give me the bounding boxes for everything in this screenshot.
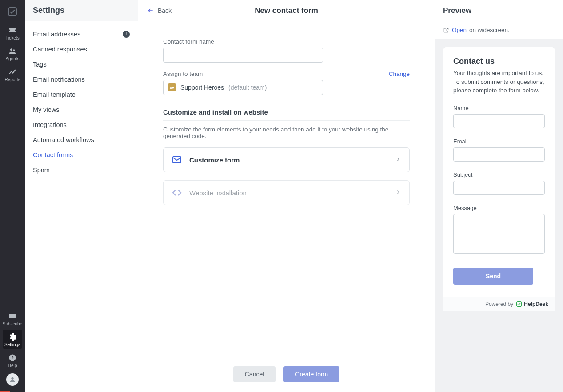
svg-text:?: ? xyxy=(11,356,14,360)
customize-section-title: Customize and install on website xyxy=(163,108,410,121)
change-team-link[interactable]: Change xyxy=(389,71,410,77)
chevron-right-icon xyxy=(395,189,401,197)
preview-field-email: Email xyxy=(453,138,545,162)
preview-subject-input[interactable] xyxy=(453,181,545,195)
preview-field-label: Email xyxy=(453,138,545,145)
subscribe-icon xyxy=(8,312,17,321)
rail-item-agents[interactable]: Agents xyxy=(0,44,25,63)
external-link-icon xyxy=(443,27,449,33)
main-column: Back New contact form Contact form name … xyxy=(138,0,435,392)
sidebar-item-canned-responses[interactable]: Canned responses xyxy=(25,42,138,57)
app-logo-icon xyxy=(7,6,18,17)
sidebar-item-integrations[interactable]: Integrations xyxy=(25,117,138,132)
preview-send-button[interactable]: Send xyxy=(453,268,533,285)
rail-item-subscribe[interactable]: Subscribe xyxy=(0,309,25,328)
rail-item-help[interactable]: ? Help xyxy=(0,351,25,370)
rail-item-reports[interactable]: Reports xyxy=(0,65,25,84)
sidebar-item-label: Email addresses xyxy=(33,31,80,38)
preview-field-subject: Subject xyxy=(453,171,545,195)
preview-field-label: Subject xyxy=(453,171,545,178)
sidebar-item-label: Contact forms xyxy=(33,151,73,158)
envelope-icon xyxy=(172,154,184,165)
preview-field-label: Message xyxy=(453,205,545,211)
rail-item-label: Tickets xyxy=(5,36,19,40)
sidebar-item-automated-workflows[interactable]: Automated workflows xyxy=(25,132,138,147)
team-suffix: (default team) xyxy=(228,84,267,91)
preview-field-message: Message xyxy=(453,205,545,255)
sidebar-item-label: Integrations xyxy=(33,121,67,128)
ticket-icon xyxy=(8,26,17,35)
main-topbar: Back New contact form xyxy=(138,0,435,21)
sidebar-item-label: Email template xyxy=(33,91,76,98)
preview-form-subtitle: Your thoughts are important to us. To su… xyxy=(453,69,545,95)
preview-form-card: Contact us Your thoughts are important t… xyxy=(443,47,555,311)
sidebar-item-email-notifications[interactable]: Email notifications xyxy=(25,72,138,87)
svg-rect-3 xyxy=(9,314,16,318)
form-name-input[interactable] xyxy=(163,48,323,63)
agents-icon xyxy=(8,47,17,55)
back-label: Back xyxy=(158,7,172,14)
svg-point-2 xyxy=(13,49,15,51)
form-name-label: Contact form name xyxy=(163,38,410,45)
chevron-right-icon xyxy=(395,156,401,164)
preview-email-input[interactable] xyxy=(453,147,545,162)
open-widescreen-suffix: on widescreen. xyxy=(469,27,510,33)
create-form-button[interactable]: Create form xyxy=(283,366,339,382)
main-body: Contact form name Assign to team Change … xyxy=(138,21,435,356)
code-icon xyxy=(172,187,184,198)
team-name: Support Heroes xyxy=(180,84,224,91)
page-title: New contact form xyxy=(255,6,318,15)
alert-badge-icon: ! xyxy=(123,31,130,38)
open-widescreen-link[interactable]: Open xyxy=(452,27,467,33)
sidebar-item-label: My views xyxy=(33,106,60,113)
settings-nav: Email addresses ! Canned responses Tags … xyxy=(25,21,138,392)
customize-form-card[interactable]: Customize form xyxy=(163,147,410,172)
powered-by-label: Powered by xyxy=(485,301,513,307)
reports-icon xyxy=(8,67,17,76)
assign-team-label: Assign to team xyxy=(163,71,203,77)
sidebar-item-email-addresses[interactable]: Email addresses ! xyxy=(25,27,138,42)
preview-canvas: Contact us Your thoughts are important t… xyxy=(435,39,563,392)
customize-section-desc: Customize the form elements to your need… xyxy=(163,126,410,139)
left-rail: Tickets Agents Reports Subscribe Setting… xyxy=(0,0,25,392)
sidebar-item-my-views[interactable]: My views xyxy=(25,102,138,117)
preview-column: Preview Open on widescreen. Contact us Y… xyxy=(435,0,563,392)
brand-name: HelpDesk xyxy=(524,301,548,307)
svg-point-1 xyxy=(10,48,12,51)
rail-item-label: Help xyxy=(8,363,17,368)
sidebar-item-label: Tags xyxy=(33,61,47,68)
sidebar-item-contact-forms[interactable]: Contact forms xyxy=(25,147,138,162)
assigned-team-box: SH Support Heroes (default team) xyxy=(163,80,323,95)
user-avatar[interactable] xyxy=(6,373,19,386)
rail-item-label: Settings xyxy=(4,342,20,347)
preview-message-textarea[interactable] xyxy=(453,214,545,254)
preview-name-input[interactable] xyxy=(453,114,545,128)
helpdesk-logo-icon xyxy=(516,301,522,307)
avatar-icon xyxy=(9,376,16,383)
sidebar-item-label: Email notifications xyxy=(33,76,85,83)
card-label: Website installation xyxy=(189,189,395,197)
rail-item-label: Reports xyxy=(4,77,20,82)
preview-form-title: Contact us xyxy=(453,57,545,66)
rail-item-settings[interactable]: Settings xyxy=(3,330,22,349)
website-installation-card[interactable]: Website installation xyxy=(163,180,410,205)
rail-item-label: Subscribe xyxy=(3,321,22,326)
sidebar-title: Settings xyxy=(25,0,138,21)
arrow-left-icon xyxy=(147,7,154,14)
card-label: Customize form xyxy=(189,156,395,164)
form-footer: Cancel Create form xyxy=(138,356,435,392)
sidebar-item-email-template[interactable]: Email template xyxy=(25,87,138,102)
sidebar-item-label: Canned responses xyxy=(33,46,87,53)
sidebar-item-label: Spam xyxy=(33,166,50,174)
team-chip-icon: SH xyxy=(168,83,176,91)
sidebar-item-spam[interactable]: Spam xyxy=(25,162,138,178)
helpdesk-brand[interactable]: HelpDesk xyxy=(516,301,548,307)
sidebar-item-tags[interactable]: Tags xyxy=(25,57,138,72)
cancel-button[interactable]: Cancel xyxy=(233,366,276,382)
rail-item-tickets[interactable]: Tickets xyxy=(0,23,25,42)
preview-title: Preview xyxy=(435,0,563,21)
preview-field-label: Name xyxy=(453,105,545,111)
back-button[interactable]: Back xyxy=(147,7,172,14)
help-icon: ? xyxy=(8,353,17,362)
gear-icon xyxy=(8,333,17,341)
